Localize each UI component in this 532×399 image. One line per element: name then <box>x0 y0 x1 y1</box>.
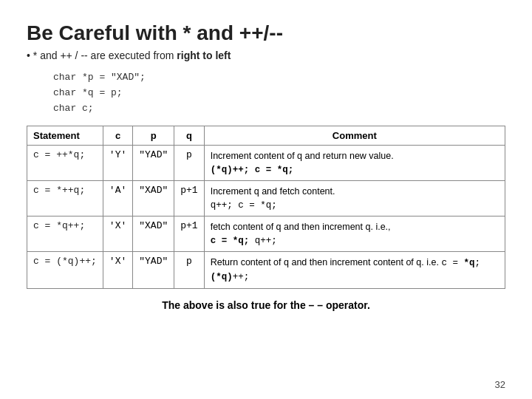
cell-c-2: 'X' <box>103 216 132 252</box>
cell-p-0: "YAD" <box>133 145 174 180</box>
table-row: c = *q++; 'X' "XAD" p+1 fetch content of… <box>27 216 505 252</box>
code-line-2: char *q = p; <box>53 86 505 101</box>
header-comment: Comment <box>204 126 505 145</box>
cell-p-2: "XAD" <box>133 216 174 252</box>
cell-comment-1: Increment q and fetch content. q++; c = … <box>204 180 505 216</box>
cell-comment-3: Return content of q and then increment c… <box>204 252 505 288</box>
main-table: Statement c p q Comment c = ++*q; 'Y' "Y… <box>27 126 505 289</box>
subtitle: • * and ++ / -- are executed from right … <box>27 49 505 64</box>
header-c: c <box>103 126 132 145</box>
table-row: c = *++q; 'A' "XAD" p+1 Increment q and … <box>27 180 505 216</box>
cell-p-1: "XAD" <box>133 180 174 216</box>
cell-statement-0: c = ++*q; <box>27 145 103 180</box>
table-row: c = ++*q; 'Y' "YAD" p Increment content … <box>27 145 505 180</box>
code-block: char *p = "XAD"; char *q = p; char c; <box>53 70 505 116</box>
header-q: q <box>174 126 204 145</box>
cell-c-1: 'A' <box>103 180 132 216</box>
cell-c-0: 'Y' <box>103 145 132 180</box>
subtitle-highlight: right to left <box>177 50 231 61</box>
cell-statement-2: c = *q++; <box>27 216 103 252</box>
cell-comment-2: fetch content of q and then increment q.… <box>204 216 505 252</box>
cell-statement-1: c = *++q; <box>27 180 103 216</box>
cell-comment-0: Increment content of q and return new va… <box>204 145 505 180</box>
cell-c-3: 'X' <box>103 252 132 288</box>
cell-q-2: p+1 <box>174 216 204 252</box>
code-line-1: char *p = "XAD"; <box>53 70 505 86</box>
page-number: 32 <box>495 379 505 390</box>
cell-q-1: p+1 <box>174 180 204 216</box>
header-p: p <box>133 126 174 145</box>
footer-text: The above is also true for the – – opera… <box>27 299 505 311</box>
code-line-3: char c; <box>53 101 505 117</box>
cell-p-3: "YAD" <box>133 252 174 288</box>
cell-q-0: p <box>174 145 204 180</box>
page: Be Careful with * and ++/-- • * and ++ /… <box>0 0 532 399</box>
header-statement: Statement <box>27 126 103 145</box>
subtitle-text: * and ++ / -- are executed from <box>33 50 177 61</box>
table-row: c = (*q)++; 'X' "YAD" p Return content o… <box>27 252 505 288</box>
page-title: Be Careful with * and ++/-- <box>27 21 505 46</box>
cell-q-3: p <box>174 252 204 288</box>
bullet-symbol: • <box>27 50 33 61</box>
cell-statement-3: c = (*q)++; <box>27 252 103 288</box>
